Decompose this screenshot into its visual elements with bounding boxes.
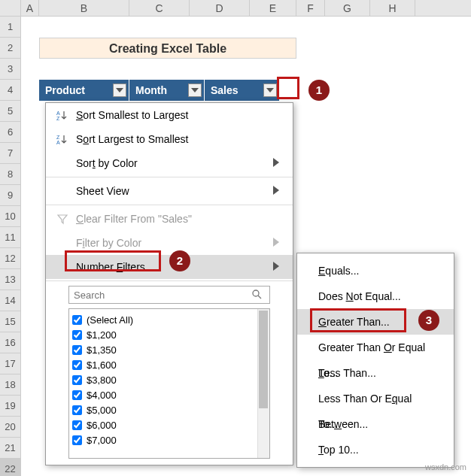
sort-by-color-item[interactable]: Sort by Color (46, 151, 293, 175)
check-label: $3,800 (87, 374, 117, 386)
row-header-18[interactable]: 18 (0, 374, 21, 396)
checkbox[interactable] (72, 345, 82, 355)
row-header-11[interactable]: 11 (0, 227, 21, 248)
check-label: $5,000 (87, 405, 117, 416)
col-header-h[interactable]: H (370, 0, 415, 16)
equals-item[interactable]: Equals... (297, 258, 454, 283)
between-item[interactable]: Between... (297, 411, 454, 437)
row-header-21[interactable]: 21 (0, 438, 21, 459)
check-item[interactable]: $1,350 (72, 342, 266, 357)
row-header-17[interactable]: 17 (0, 353, 21, 374)
chevron-down-icon (266, 88, 274, 92)
row-header-16[interactable]: 16 (0, 332, 21, 353)
annotation-callout-1: 1 (308, 80, 330, 101)
row-header-3[interactable]: 3 (0, 59, 21, 80)
checkbox[interactable] (72, 360, 82, 370)
check-item[interactable]: $4,000 (72, 387, 266, 402)
col-header-f[interactable]: F (296, 0, 325, 16)
filter-search-input[interactable] (74, 290, 251, 301)
header-label-sales: Sales (211, 84, 239, 96)
col-header-b[interactable]: B (39, 0, 129, 16)
svg-text:A: A (56, 140, 60, 145)
row-header-6[interactable]: 6 (0, 122, 21, 143)
check-item[interactable]: $6,000 (72, 417, 266, 432)
check-item[interactable]: $3,800 (72, 372, 266, 387)
checkbox[interactable] (72, 390, 82, 400)
check-item[interactable]: $1,200 (72, 327, 266, 342)
row-header-22[interactable]: 22 (0, 459, 21, 476)
less-than-item[interactable]: Less Than... (297, 360, 454, 386)
header-label-month: Month (135, 84, 167, 96)
check-item[interactable]: $1,600 (72, 357, 266, 372)
clear-filter-item: Clear Filter From "Sales" (46, 207, 293, 231)
row-header-8[interactable]: 8 (0, 164, 21, 185)
annotation-box-3 (310, 308, 406, 332)
row-header-7[interactable]: 7 (0, 143, 21, 164)
watermark: wsxdn.com (425, 462, 466, 471)
svg-text:Z: Z (56, 116, 60, 121)
clear-filter-icon (53, 213, 71, 225)
sort-asc-icon: AZ (53, 109, 71, 121)
filter-button-product[interactable] (113, 83, 126, 97)
col-header-a[interactable]: A (21, 0, 39, 16)
filter-values-list[interactable]: (Select All) $1,200 $1,350 $1,600 $3,800… (68, 308, 270, 459)
row-header-13[interactable]: 13 (0, 269, 21, 290)
row-header-12[interactable]: 12 (0, 248, 21, 269)
submenu-arrow-icon (273, 261, 285, 273)
row-header-19[interactable]: 19 (0, 396, 21, 417)
checkbox[interactable] (72, 405, 82, 415)
checkbox[interactable] (72, 420, 82, 430)
not-equal-item[interactable]: Does Not Equal... (297, 283, 454, 309)
svg-point-4 (253, 290, 259, 296)
col-header-e[interactable]: E (250, 0, 296, 16)
scrollbar-track[interactable] (257, 309, 269, 458)
col-header-g[interactable]: G (325, 0, 370, 16)
check-select-all[interactable]: (Select All) (72, 312, 266, 327)
row-header-10[interactable]: 10 (0, 206, 21, 227)
check-label: $1,350 (87, 344, 117, 356)
clear-filter-label: Clear Filter From "Sales" (71, 213, 285, 225)
sort-desc-icon: ZA (53, 133, 71, 145)
col-header-c[interactable]: C (129, 0, 190, 16)
checkbox[interactable] (72, 330, 82, 340)
row-header-4[interactable]: 4 (0, 80, 21, 101)
sort-descending-item[interactable]: ZA Sort Largest to Smallest (46, 127, 293, 151)
filter-button-month[interactable] (188, 83, 202, 97)
checkbox[interactable] (72, 315, 82, 325)
chevron-down-icon (116, 88, 123, 92)
select-all-corner[interactable] (0, 0, 21, 16)
row-header-1[interactable]: 1 (0, 17, 21, 38)
col-header-d[interactable]: D (190, 0, 250, 16)
menu-separator (46, 177, 293, 177)
menu-separator (46, 205, 293, 205)
row-header-9[interactable]: 9 (0, 185, 21, 206)
menu-separator (46, 280, 293, 281)
svg-text:Z: Z (56, 135, 60, 140)
sort-ascending-item[interactable]: AZ Sort Smallest to Largest (46, 103, 293, 127)
table-header-sales: Sales (205, 80, 280, 101)
row-header-15[interactable]: 15 (0, 311, 21, 332)
less-equal-item[interactable]: Less Than Or Equal To... (297, 386, 454, 411)
sheet-view-label: Sheet View (71, 185, 273, 197)
filter-search-box[interactable] (68, 286, 270, 304)
row-header-20[interactable]: 20 (0, 417, 21, 438)
check-item[interactable]: $7,000 (72, 432, 266, 447)
scrollbar-thumb[interactable] (259, 311, 268, 408)
top-10-item[interactable]: Top 10... (297, 437, 454, 462)
search-icon (251, 289, 265, 302)
checkbox[interactable] (72, 435, 82, 445)
row-header-2[interactable]: 2 (0, 38, 21, 59)
check-item[interactable]: $5,000 (72, 402, 266, 417)
checkbox[interactable] (72, 375, 82, 385)
filter-button-sales[interactable] (263, 83, 277, 97)
row-header-14[interactable]: 14 (0, 290, 21, 311)
greater-equal-item[interactable]: Greater Than Or Equal To... (297, 335, 454, 360)
svg-text:A: A (56, 111, 60, 116)
check-label: $1,600 (87, 359, 117, 371)
sheet-view-item[interactable]: Sheet View (46, 179, 293, 203)
annotation-callout-3: 3 (418, 310, 439, 331)
row-header-5[interactable]: 5 (0, 101, 21, 122)
filter-color-label: Filter by Color (71, 237, 273, 249)
check-label: $1,200 (87, 329, 117, 341)
annotation-callout-2: 2 (169, 250, 190, 271)
